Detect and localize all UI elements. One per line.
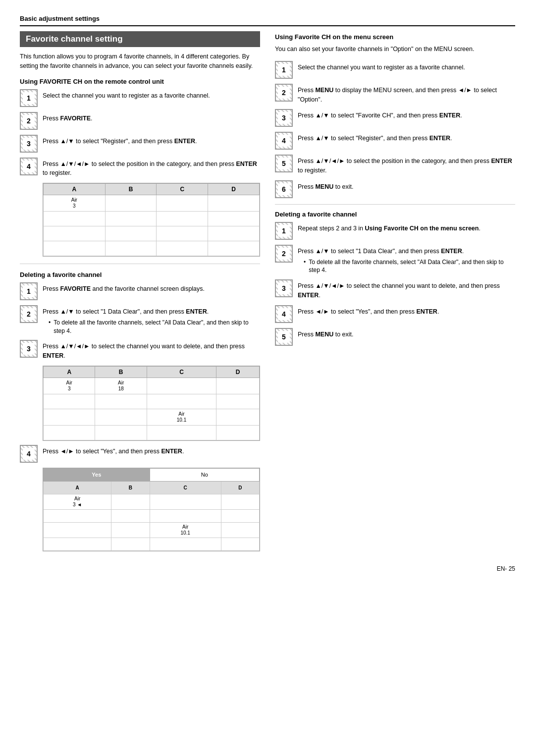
menu-badge-6: 6 (275, 180, 293, 198)
left-step-2: 2 Press FAVORITE. (20, 112, 260, 130)
col-b: B (105, 184, 157, 195)
cell (147, 394, 216, 409)
right-divider (275, 204, 515, 205)
del-step-1: 1 Press FAVORITE and the favorite channe… (20, 282, 260, 300)
cell (44, 212, 106, 226)
cell (105, 241, 157, 256)
page: Basic adjustment settings Favorite chann… (0, 0, 535, 587)
rdel-step-2-bullet: To delete all the favorite channels, sel… (304, 258, 515, 275)
section-desc: This function allows you to program 4 fa… (20, 52, 260, 71)
cell (95, 409, 147, 425)
rdel-badge-1: 1 (275, 222, 293, 240)
del-step-2-text: Press ▲/▼ to select "1 Data Clear", and … (43, 305, 260, 317)
cell: Air3 (44, 378, 95, 394)
cell (44, 226, 106, 241)
menu-badge-2: 2 (275, 84, 293, 102)
del-badge-1: 1 (20, 282, 38, 300)
section-title: Favorite channel setting (20, 31, 260, 47)
rdel-badge-2: 2 (275, 245, 293, 263)
col-c: C (147, 366, 216, 378)
rdel-badge-3: 3 (275, 279, 293, 297)
page-header: Basic adjustment settings (20, 15, 515, 26)
cell (44, 538, 111, 550)
left-step-3: 3 Press ▲/▼ to select "Register", and th… (20, 135, 260, 153)
menu-step-1-text: Select the channel you want to register … (298, 61, 465, 72)
cell (150, 494, 221, 509)
cell (44, 241, 106, 256)
divider (20, 264, 260, 264)
cell (105, 212, 157, 226)
main-content: Favorite channel setting This function a… (20, 31, 515, 555)
step-badge-4: 4 (20, 158, 38, 175)
table-row (44, 509, 260, 522)
cell (208, 241, 260, 256)
yes-cell: Yes (44, 468, 150, 481)
col-c: C (150, 481, 221, 494)
del-step-1-text: Press FAVORITE and the favorite channel … (43, 282, 205, 294)
del-step-3-text: Press ▲/▼/◄/► to select the channel you … (43, 340, 260, 361)
cell (157, 212, 208, 226)
menu-step-3: 3 Press ▲/▼ to select "Favorite CH", and… (275, 109, 515, 127)
menu-step-4: 4 Press ▲/▼ to select "Register", and th… (275, 132, 515, 150)
rdel-badge-4: 4 (275, 305, 293, 323)
step-2-text: Press FAVORITE. (43, 112, 93, 123)
cell (111, 509, 150, 522)
del-badge-3: 3 (20, 340, 38, 358)
rdel-step-2: 2 Press ▲/▼ to select "1 Data Clear", an… (275, 245, 515, 274)
left-column: Favorite channel setting This function a… (20, 31, 260, 555)
cell (157, 241, 208, 256)
del-step-3: 3 Press ▲/▼/◄/► to select the channel yo… (20, 340, 260, 361)
no-cell: No (150, 468, 259, 481)
menu-step-3-text: Press ▲/▼ to select "Favorite CH", and t… (298, 109, 462, 120)
rdel-step-1: 1 Repeat steps 2 and 3 in Using Favorite… (275, 222, 515, 240)
table-row (44, 394, 260, 409)
cell (111, 538, 150, 550)
cell (221, 509, 259, 522)
cell: Air10.1 (150, 522, 221, 538)
right-column: Using Favorite CH on the menu screen You… (275, 31, 515, 555)
rdel-step-2-content: Press ▲/▼ to select "1 Data Clear", and … (298, 245, 515, 274)
menu-step-6: 6 Press MENU to exit. (275, 180, 515, 198)
col-d: D (208, 184, 260, 195)
del-step-4-text: Press ◄/► to select "Yes", and then pres… (43, 445, 184, 456)
del-step-2-bullet: To delete all the favorite channels, sel… (49, 319, 260, 335)
cell (157, 195, 208, 212)
table-row: Air10.1 (44, 409, 260, 425)
col-a: A (44, 366, 95, 378)
rdel-step-5-text: Press MENU to exit. (298, 328, 354, 339)
right-delete-title: Deleting a favorite channel (275, 211, 515, 218)
table-row: Air3 ◄ (44, 494, 260, 509)
left-step-4: 4 Press ▲/▼/◄/► to select the position i… (20, 158, 260, 178)
rdel-step-1-text: Repeat steps 2 and 3 in Using Favorite C… (298, 222, 481, 233)
del-badge-2: 2 (20, 305, 38, 323)
step-badge-3: 3 (20, 135, 38, 153)
del-step-4: 4 Press ◄/► to select "Yes", and then pr… (20, 445, 260, 463)
step-4-text: Press ▲/▼/◄/► to select the position in … (43, 158, 260, 178)
cell (216, 409, 260, 425)
cell (44, 425, 95, 440)
menu-step-4-text: Press ▲/▼ to select "Register", and then… (298, 132, 452, 143)
menu-badge-4: 4 (275, 132, 293, 150)
table-row: Air10.1 (44, 522, 260, 538)
table-row (44, 425, 260, 440)
cell (95, 394, 147, 409)
channel-table-1: A B C D Air3 (43, 183, 260, 257)
table-row (44, 241, 260, 256)
rdel-step-4: 4 Press ◄/► to select "Yes", and then pr… (275, 305, 515, 323)
del-step-2: 2 Press ▲/▼ to select "1 Data Clear", an… (20, 305, 260, 335)
menu-badge-5: 5 (275, 155, 293, 172)
delete-section-title: Deleting a favorite channel (20, 271, 260, 278)
cell (147, 425, 216, 440)
cell: Air10.1 (147, 409, 216, 425)
cell (95, 425, 147, 440)
cell (216, 378, 260, 394)
remote-section-title: Using FAVORITE CH on the remote control … (20, 78, 260, 85)
left-step-1: 1 Select the channel you want to registe… (20, 89, 260, 107)
table-row: Air3 Air18 (44, 378, 260, 394)
rdel-step-3: 3 Press ▲/▼/◄/► to select the channel yo… (275, 279, 515, 300)
cell (221, 538, 259, 550)
menu-step-1: 1 Select the channel you want to registe… (275, 61, 515, 79)
cell (105, 226, 157, 241)
cell (216, 394, 260, 409)
rdel-step-3-text: Press ▲/▼/◄/► to select the channel you … (298, 279, 515, 300)
